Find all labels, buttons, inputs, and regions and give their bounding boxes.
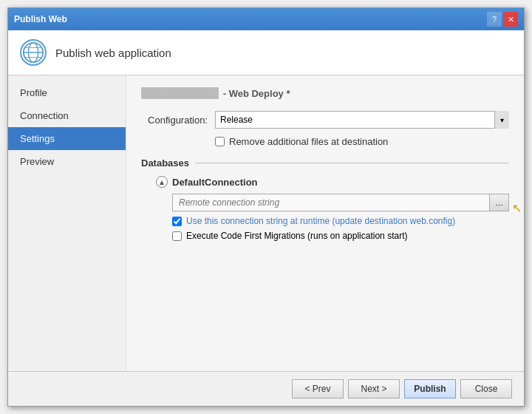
main-content: mvcAppExample - Web Deploy * Configurati… bbox=[126, 75, 524, 371]
header-title: Publish web application bbox=[55, 47, 171, 59]
dialog-title: Publish Web bbox=[14, 14, 67, 24]
page-heading: mvcAppExample - Web Deploy * bbox=[141, 87, 509, 99]
code-first-migrations-row: Execute Code First Migrations (runs on a… bbox=[172, 231, 509, 241]
use-connection-string-link[interactable]: Use this connection string at runtime (u… bbox=[186, 216, 455, 226]
header-section: Publish web application bbox=[8, 30, 524, 75]
configuration-label: Configuration: bbox=[141, 115, 208, 126]
close-button[interactable]: Close bbox=[460, 379, 512, 398]
code-first-migrations-checkbox[interactable] bbox=[172, 231, 182, 241]
remove-files-label: Remove additional files at destination bbox=[229, 136, 388, 147]
configuration-select[interactable]: Release Debug bbox=[215, 111, 509, 129]
cursor-indicator: ↖ bbox=[512, 201, 522, 215]
next-button[interactable]: Next > bbox=[348, 379, 400, 398]
remove-files-checkbox[interactable] bbox=[215, 137, 225, 146]
browse-icon: … bbox=[495, 198, 503, 207]
use-connection-string-label: Use this connection string at runtime (u… bbox=[186, 216, 455, 226]
blurred-app-name: mvcAppExample bbox=[141, 87, 219, 99]
footer: < Prev Next > Publish Close bbox=[8, 371, 524, 406]
globe-icon bbox=[20, 39, 47, 66]
help-button[interactable]: ? bbox=[487, 12, 502, 27]
sidebar-item-preview[interactable]: Preview bbox=[8, 150, 126, 173]
configuration-select-wrapper: Release Debug ▾ bbox=[215, 111, 509, 129]
databases-section-header: Databases bbox=[141, 157, 509, 169]
deploy-method-label: - Web Deploy * bbox=[223, 88, 290, 99]
close-titlebar-button[interactable]: ✕ bbox=[503, 12, 518, 27]
connection-string-input[interactable] bbox=[172, 194, 490, 211]
prev-button[interactable]: < Prev bbox=[292, 379, 344, 398]
connection-string-row: … ↖ bbox=[172, 194, 509, 211]
title-bar: Publish Web ? ✕ bbox=[8, 8, 524, 30]
sidebar-item-connection[interactable]: Connection bbox=[8, 104, 126, 127]
remove-files-row: Remove additional files at destination bbox=[215, 136, 509, 147]
publish-button[interactable]: Publish bbox=[404, 379, 456, 398]
code-first-migrations-label: Execute Code First Migrations (runs on a… bbox=[186, 231, 407, 241]
publish-web-dialog: Publish Web ? ✕ Publish web application … bbox=[7, 7, 525, 407]
sidebar-item-profile[interactable]: Profile bbox=[8, 81, 126, 104]
use-connection-string-checkbox[interactable] bbox=[172, 217, 182, 226]
collapse-button[interactable]: ▲ bbox=[156, 176, 168, 188]
sidebar-item-settings[interactable]: Settings bbox=[8, 127, 126, 150]
databases-section: ▲ DefaultConnection … ↖ Use this connect… bbox=[156, 176, 509, 241]
default-connection-title-row: ▲ DefaultConnection bbox=[156, 176, 509, 188]
sidebar: Profile Connection Settings Preview bbox=[8, 75, 126, 371]
content-area: Profile Connection Settings Preview mvcA… bbox=[8, 75, 524, 371]
use-connection-string-row: Use this connection string at runtime (u… bbox=[172, 216, 509, 226]
connection-string-browse-button[interactable]: … ↖ bbox=[490, 194, 509, 211]
default-connection-name: DefaultConnection bbox=[172, 177, 258, 188]
title-bar-controls: ? ✕ bbox=[487, 12, 518, 27]
configuration-row: Configuration: Release Debug ▾ bbox=[141, 111, 509, 129]
